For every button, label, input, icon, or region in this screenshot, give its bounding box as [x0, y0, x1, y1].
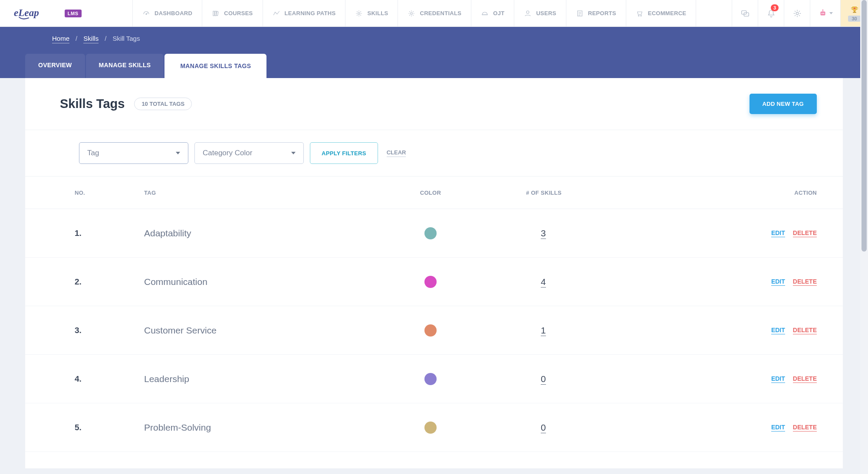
clear-filters-link[interactable]: CLEAR: [387, 149, 406, 157]
row-tag-name: Customer Service: [144, 325, 387, 336]
notifications-button[interactable]: 3: [758, 0, 784, 26]
delete-link[interactable]: DELETE: [793, 327, 817, 334]
breadcrumb: Home / Skills / Skill Tags: [0, 35, 868, 54]
delete-link[interactable]: DELETE: [793, 375, 817, 383]
nav-credentials[interactable]: CREDENTIALS: [398, 0, 471, 26]
edit-link[interactable]: EDIT: [771, 229, 785, 237]
apply-filters-button[interactable]: APPLY FILTERS: [310, 142, 378, 164]
nav-skills[interactable]: SKILLS: [345, 0, 398, 26]
tag-filter-select[interactable]: Tag: [79, 142, 188, 164]
nav-label: LEARNING PATHS: [285, 10, 336, 16]
svg-point-12: [796, 12, 799, 15]
table-row: 5. Problem-Solving 0 EDIT DELETE: [25, 403, 843, 452]
row-actions: EDIT DELETE: [665, 327, 817, 334]
robot-icon: [818, 9, 828, 18]
row-skill-count: 0: [526, 374, 665, 384]
table-row: 1. Adaptability 3 EDIT DELETE: [25, 209, 843, 258]
svg-point-8: [638, 15, 639, 16]
nav-ojt[interactable]: OJT: [471, 0, 514, 26]
edit-link[interactable]: EDIT: [771, 375, 785, 383]
svg-rect-2: [213, 11, 214, 16]
svg-point-16: [822, 9, 823, 10]
profile-menu[interactable]: [810, 0, 840, 26]
gear-icon: [355, 10, 363, 17]
tags-table: NO. TAG COLOR # OF SKILLS ACTION 1. Adap…: [25, 176, 843, 452]
row-skill-count: 3: [526, 228, 665, 239]
content-card: Skills Tags 10 TOTAL TAGS ADD NEW TAG Ta…: [25, 78, 843, 468]
th-action: ACTION: [665, 190, 817, 196]
nav-label: USERS: [536, 10, 556, 16]
row-color-cell: [387, 324, 526, 337]
delete-link[interactable]: DELETE: [793, 424, 817, 432]
breadcrumb-sep: /: [76, 35, 77, 43]
row-skill-count: 0: [526, 422, 665, 433]
scrollbar[interactable]: [860, 0, 868, 474]
svg-point-14: [821, 13, 822, 13]
color-swatch-icon: [424, 422, 437, 434]
gauge-icon: [142, 10, 150, 17]
table-header: NO. TAG COLOR # OF SKILLS ACTION: [25, 176, 843, 209]
skill-count-link[interactable]: 1: [541, 325, 546, 336]
edit-link[interactable]: EDIT: [771, 278, 785, 286]
th-skills: # OF SKILLS: [526, 190, 665, 196]
skill-count-link[interactable]: 0: [541, 374, 546, 385]
tab-manage-skills-tags[interactable]: MANAGE SKILLS TAGS: [164, 54, 266, 78]
add-new-tag-button[interactable]: ADD NEW TAG: [750, 94, 817, 114]
chevron-down-icon: [829, 12, 833, 14]
cart-icon: [636, 10, 644, 17]
skill-count-link[interactable]: 3: [541, 228, 546, 239]
gear-icon: [792, 9, 802, 18]
breadcrumb-sep: /: [105, 35, 106, 43]
top-nav: eLeap LMS DASHBOARD COURSES LEARNING PAT…: [0, 0, 868, 27]
breadcrumb-home[interactable]: Home: [52, 35, 69, 43]
user-icon: [524, 10, 532, 17]
skill-count-link[interactable]: 0: [541, 422, 546, 433]
row-actions: EDIT DELETE: [665, 229, 817, 237]
edit-link[interactable]: EDIT: [771, 327, 785, 334]
row-number: 5.: [75, 423, 144, 432]
svg-rect-18: [853, 12, 856, 13]
table-row: 2. Communication 4 EDIT DELETE: [25, 258, 843, 306]
edit-link[interactable]: EDIT: [771, 424, 785, 432]
table-row: 3. Customer Service 1 EDIT DELETE: [25, 306, 843, 355]
nav-label: COURSES: [224, 10, 253, 16]
svg-point-4: [358, 12, 360, 14]
svg-text:eLeap: eLeap: [14, 7, 39, 18]
skill-count-link[interactable]: 4: [541, 277, 546, 288]
settings-button[interactable]: [784, 0, 810, 26]
svg-point-15: [823, 13, 824, 13]
nav-ecommerce[interactable]: ECOMMERCE: [626, 0, 697, 26]
row-color-cell: [387, 373, 526, 385]
nav-courses[interactable]: COURSES: [202, 0, 263, 26]
breadcrumb-skills[interactable]: Skills: [83, 35, 99, 43]
tab-manage-skills[interactable]: MANAGE SKILLS: [86, 54, 164, 78]
scrollbar-thumb[interactable]: [861, 0, 867, 252]
nav-reports[interactable]: REPORTS: [566, 0, 626, 26]
nav-label: REPORTS: [588, 10, 616, 16]
delete-link[interactable]: DELETE: [793, 229, 817, 237]
title-block: Skills Tags 10 TOTAL TAGS: [60, 97, 192, 111]
color-filter-label: Category Color: [203, 149, 252, 157]
messages-button[interactable]: [732, 0, 758, 26]
chevron-down-icon: [291, 152, 296, 154]
color-filter-select[interactable]: Category Color: [194, 142, 304, 164]
row-color-cell: [387, 276, 526, 288]
total-count-pill: 10 TOTAL TAGS: [134, 98, 192, 110]
svg-point-9: [641, 15, 641, 16]
nav-learning-paths[interactable]: LEARNING PATHS: [263, 0, 346, 26]
trophy-icon: [850, 5, 859, 15]
row-skill-count: 1: [526, 325, 665, 336]
svg-point-19: [854, 7, 855, 9]
logo-block[interactable]: eLeap LMS: [0, 0, 133, 26]
row-tag-name: Communication: [144, 277, 387, 287]
nav-right: 3 30: [732, 0, 868, 26]
svg-rect-13: [820, 11, 825, 15]
books-icon: [212, 10, 220, 17]
row-tag-name: Problem-Solving: [144, 422, 387, 433]
tab-overview[interactable]: OVERVIEW: [25, 54, 85, 78]
row-tag-name: Leadership: [144, 374, 387, 384]
row-color-cell: [387, 422, 526, 434]
nav-users[interactable]: USERS: [514, 0, 566, 26]
nav-dashboard[interactable]: DASHBOARD: [133, 0, 202, 26]
delete-link[interactable]: DELETE: [793, 278, 817, 286]
